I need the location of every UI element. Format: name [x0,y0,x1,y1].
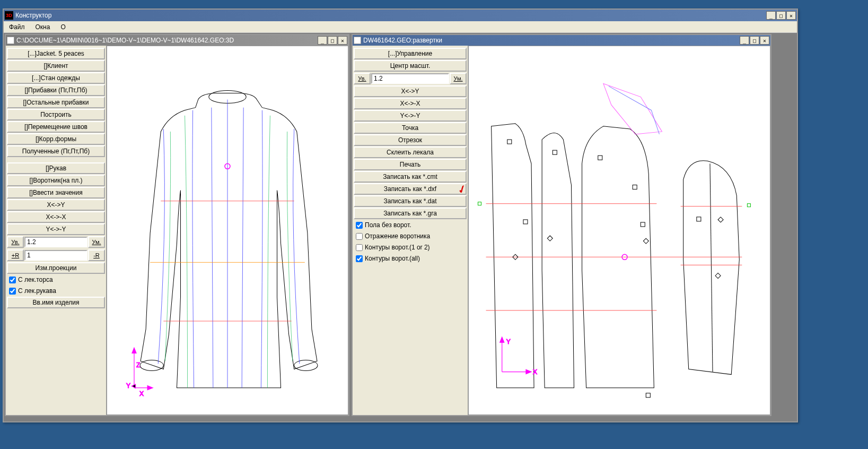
input-zoom[interactable] [24,237,87,247]
checkbox-pola[interactable] [356,222,363,229]
svg-text:Y: Y [506,338,511,346]
left-panel: [...]Jacket. 5 peaces []Клиент [...]Стан… [6,46,107,415]
btn-xx-r[interactable]: X<->-X [354,98,467,109]
check-contour12[interactable]: Контуры ворот.(1 or 2) [354,242,467,253]
arrow-annotation-icon: ✓ [455,183,467,195]
canvas-flat[interactable]: Y X [468,46,770,415]
child-title-3d: C:\DOCUME~1\ADMIN\0016~1\DEMO-V~1\DEMO-V… [16,37,318,44]
svg-text:X: X [139,390,144,398]
svg-point-1 [140,360,163,370]
btn-xy-r[interactable]: X<->Y [354,85,467,97]
btn-name[interactable]: Вв.имя изделия [7,297,105,308]
svg-text:X: X [533,368,537,376]
maximize-button[interactable]: □ [776,11,786,20]
btn-ost-pribavki[interactable]: []Остальные прибавки [7,97,105,108]
btn-plus-r[interactable]: +R [7,249,24,261]
svg-text:Z: Z [136,361,140,369]
btn-move-seams[interactable]: []Перемещение швов [7,121,105,133]
child-title-flat: DW461642.GEO:развертки [363,37,740,44]
btn-zoom-out[interactable]: Ум. [88,236,105,248]
main-window: 3D Конструктор _ □ ✕ Файл Окна О C:\DOCU… [3,8,798,422]
svg-rect-24 [641,222,645,227]
menu-about[interactable]: О [57,22,68,32]
child-minimize-button[interactable]: _ [740,36,749,45]
doc-icon [354,37,361,44]
btn-pribavki[interactable]: []Прибавки (Пг,Пт,Пб) [7,84,105,96]
svg-marker-10 [147,386,153,390]
svg-rect-19 [507,140,512,144]
btn-sleeve[interactable]: []Рукав [7,162,105,174]
btn-jacket[interactable]: [...]Jacket. 5 peaces [7,48,105,59]
btn-segment[interactable]: Отрезок [354,134,467,146]
btn-enter-values[interactable]: []Ввести значения [7,187,105,198]
child-minimize-button[interactable]: _ [318,36,327,45]
checkbox-sleeve[interactable] [9,288,16,295]
input-r[interactable] [24,250,87,261]
svg-rect-29 [747,204,750,207]
pattern-pieces-drawing: Y X [469,46,770,415]
btn-xy[interactable]: X<->Y [7,199,105,211]
btn-proj[interactable]: Изм.проекции [7,262,105,274]
child-maximize-button[interactable]: □ [328,36,337,45]
btn-save-dxf[interactable]: Записать как *.dxf ✓ [354,183,467,195]
close-button[interactable]: ✕ [786,11,796,20]
menu-file[interactable]: Файл [6,22,28,32]
checkbox-contour12[interactable] [356,244,363,251]
menu-windows[interactable]: Окна [32,22,54,32]
check-sleeve[interactable]: С лек.рукава [7,286,105,296]
jacket-3d-drawing: Y◄ X Z [107,46,348,415]
menubar: Файл Окна О [4,21,797,33]
btn-received[interactable]: Полученные (Пг,Пт,Пб) [7,145,105,157]
minimize-button[interactable]: _ [766,11,776,20]
svg-rect-22 [598,156,602,160]
checkbox-contour-all[interactable] [356,255,363,262]
btn-save-gra[interactable]: Записать как *.gra [354,208,467,219]
child-close-button[interactable]: ✕ [338,36,347,45]
btn-zoom-out-r[interactable]: Ум. [450,73,467,84]
svg-rect-26 [646,393,650,398]
btn-korr[interactable]: []Корр.формы [7,133,105,145]
child-maximize-button[interactable]: □ [750,36,759,45]
checkbox-reflect[interactable] [356,233,363,240]
btn-collar[interactable]: []Воротник(на пл.) [7,175,105,186]
child-window-flat: DW461642.GEO:развертки _ □ ✕ [...]Управл… [352,34,771,416]
check-pola[interactable]: Пола без ворот. [354,220,467,230]
right-panel: [...]Управление Центр масшт. Ув. Ум. X<-… [353,46,468,415]
child-close-button[interactable]: ✕ [760,36,769,45]
checkbox-torso[interactable] [9,277,16,283]
btn-manage[interactable]: [...]Управление [354,48,467,59]
svg-marker-8 [132,348,136,353]
btn-build[interactable]: Построить [7,109,105,120]
check-contour-all[interactable]: Контуры ворот.(all) [354,253,467,264]
svg-marker-33 [526,370,531,374]
canvas-3d[interactable]: Y◄ X Z [107,46,348,415]
child-titlebar-flat[interactable]: DW461642.GEO:развертки _ □ ✕ [353,35,770,46]
check-torso[interactable]: С лек.торса [7,274,105,285]
btn-xx[interactable]: X<->-X [7,211,105,223]
app-title: Конструктор [15,12,766,19]
btn-yy-r[interactable]: Y<->-Y [354,110,467,122]
btn-merge[interactable]: Склеить лекала [354,146,467,158]
btn-client[interactable]: []Клиент [7,60,105,72]
btn-save-dat[interactable]: Записать как *.dat [354,195,467,207]
svg-point-2 [294,360,318,370]
svg-marker-31 [500,337,504,342]
svg-rect-21 [553,150,557,154]
btn-print[interactable]: Печать [354,159,467,170]
btn-yy[interactable]: Y<->-Y [7,223,105,235]
input-zoom-r[interactable] [371,73,449,84]
app-icon: 3D [5,11,13,20]
check-reflect[interactable]: Отражение воротника [354,231,467,241]
btn-stan[interactable]: [...]Стан одежды [7,72,105,84]
btn-minus-r[interactable]: -R [88,249,105,261]
btn-point[interactable]: Точка [354,122,467,134]
btn-save-cmt[interactable]: Записать как *.cmt [354,171,467,183]
svg-rect-28 [478,202,481,205]
btn-center[interactable]: Центр масшт. [354,60,467,72]
child-titlebar-3d[interactable]: C:\DOCUME~1\ADMIN\0016~1\DEMO-V~1\DEMO-V… [6,35,348,46]
btn-zoom-in[interactable]: Ув. [7,236,24,248]
main-titlebar[interactable]: 3D Конструктор _ □ ✕ [4,10,797,21]
mdi-area: C:\DOCUME~1\ADMIN\0016~1\DEMO-V~1\DEMO-V… [4,33,797,421]
btn-zoom-in-r[interactable]: Ув. [354,73,371,84]
svg-rect-25 [697,217,701,221]
